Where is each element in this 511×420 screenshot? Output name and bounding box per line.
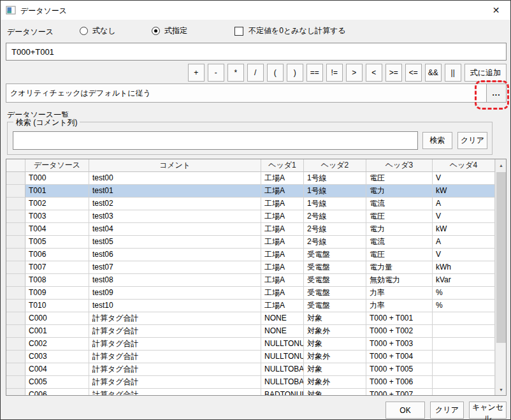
table-cell[interactable]: test02 [89, 198, 261, 210]
table-cell[interactable]: 対象 [304, 338, 366, 351]
operator-button[interactable]: - [208, 64, 224, 82]
table-cell[interactable]: 計算タグ合計 [89, 351, 261, 363]
table-cell[interactable]: NULLTONULL [261, 338, 304, 351]
table-row[interactable]: C005計算タグ合計NULLTOBAD対象外T000 + T006 [6, 376, 495, 389]
table-cell[interactable]: T006 [25, 249, 89, 261]
table-cell[interactable]: 対象 [304, 312, 366, 325]
table-cell[interactable] [433, 338, 495, 351]
operator-button[interactable]: != [326, 64, 343, 82]
cancel-button[interactable]: キャンセル [469, 402, 507, 419]
table-cell[interactable]: T001 [25, 185, 89, 198]
table-cell[interactable]: T005 [25, 236, 89, 249]
table-cell[interactable]: test08 [89, 274, 261, 287]
table-cell[interactable]: T000 + T001 [366, 312, 433, 325]
table-cell[interactable]: A [433, 236, 495, 249]
table-cell[interactable]: T009 [25, 287, 89, 300]
table-cell[interactable]: NONE [261, 325, 304, 338]
table-cell[interactable]: 受電盤 [304, 300, 366, 312]
table-cell[interactable]: 工場A [261, 274, 304, 287]
table-row[interactable]: T006test06工場A受電盤電圧V [6, 249, 495, 261]
table-cell[interactable]: 工場A [261, 210, 304, 223]
table-cell[interactable]: 工場A [261, 223, 304, 236]
row-selector[interactable] [6, 223, 25, 236]
table-row[interactable]: C001計算タグ合計NONE対象外T000 + T002 [6, 325, 495, 338]
table-cell[interactable]: 計算タグ合計 [89, 376, 261, 389]
close-button[interactable]: ✕ [482, 1, 510, 19]
table-cell[interactable]: 電流 [366, 236, 433, 249]
vertical-scrollbar[interactable]: ▲ ▼ [495, 159, 506, 395]
table-row[interactable]: T002test02工場A1号線電流A [6, 198, 495, 210]
table-cell[interactable]: 2号線 [304, 210, 366, 223]
table-cell[interactable]: 計算タグ合計 [89, 363, 261, 376]
table-cell[interactable]: C000 [25, 312, 89, 325]
table-cell[interactable]: 電力量 [366, 261, 433, 274]
table-cell[interactable]: 2号線 [304, 236, 366, 249]
table-cell[interactable]: 受電盤 [304, 274, 366, 287]
table-cell[interactable]: 工場A [261, 261, 304, 274]
table-cell[interactable]: 計算タグ合計 [89, 338, 261, 351]
table-cell[interactable]: 対象外 [304, 351, 366, 363]
table-cell[interactable]: T007 [25, 261, 89, 274]
table-cell[interactable]: 電圧 [366, 172, 433, 185]
table-cell[interactable] [433, 363, 495, 376]
table-cell[interactable] [433, 325, 495, 338]
operator-button[interactable]: ( [267, 64, 284, 82]
table-cell[interactable]: 工場A [261, 172, 304, 185]
treat-undefined-as-zero-checkbox[interactable]: 不定値を0とみなし計算する [234, 25, 346, 36]
table-cell[interactable]: kVar [433, 274, 495, 287]
table-cell[interactable]: T004 [25, 223, 89, 236]
table-row[interactable]: C000計算タグ合計NONE対象T000 + T001 [6, 312, 495, 325]
table-cell[interactable]: T003 [25, 210, 89, 223]
table-cell[interactable]: 電力 [366, 223, 433, 236]
table-cell[interactable] [433, 312, 495, 325]
row-selector[interactable] [6, 325, 25, 338]
table-cell[interactable]: T000 + T004 [366, 351, 433, 363]
table-cell[interactable] [433, 389, 495, 395]
row-selector[interactable] [6, 351, 25, 363]
table-row[interactable]: T003test03工場A2号線電圧V [6, 210, 495, 223]
operator-button[interactable]: < [366, 64, 382, 82]
table-row[interactable]: T005test05工場A2号線電流A [6, 236, 495, 249]
table-cell[interactable]: 受電盤 [304, 287, 366, 300]
table-row[interactable]: T007test07工場A受電盤電力量kWh [6, 261, 495, 274]
table-cell[interactable]: T002 [25, 198, 89, 210]
table-row[interactable]: C004計算タグ合計NULLTOBAD対象T000 + T005 [6, 363, 495, 376]
table-row[interactable]: T004test04工場A2号線電力kW [6, 223, 495, 236]
table-cell[interactable]: T000 [25, 172, 89, 185]
table-cell[interactable]: V [433, 172, 495, 185]
table-row[interactable]: C006計算タグ合計BADTONULL対象T000 + T007 [6, 389, 495, 395]
table-cell[interactable]: 力率 [366, 287, 433, 300]
row-selector[interactable] [6, 274, 25, 287]
table-cell[interactable]: 工場A [261, 300, 304, 312]
table-cell[interactable]: 電圧 [366, 210, 433, 223]
table-row[interactable]: T010test10工場A受電盤力率% [6, 300, 495, 312]
table-cell[interactable]: test05 [89, 236, 261, 249]
table-cell[interactable]: NONE [261, 312, 304, 325]
table-cell[interactable]: 工場A [261, 185, 304, 198]
row-selector[interactable] [6, 338, 25, 351]
table-cell[interactable]: NULLTONULL [261, 351, 304, 363]
operator-button[interactable]: == [306, 64, 323, 82]
column-header[interactable]: ヘッダ3 [366, 159, 433, 172]
table-cell[interactable]: T010 [25, 300, 89, 312]
scrollbar-thumb[interactable] [496, 172, 506, 343]
table-cell[interactable]: 対象外 [304, 325, 366, 338]
table-cell[interactable]: 1号線 [304, 185, 366, 198]
table-cell[interactable]: 力率 [366, 300, 433, 312]
table-cell[interactable]: 工場A [261, 249, 304, 261]
table-cell[interactable]: test03 [89, 210, 261, 223]
operator-button[interactable]: <= [405, 64, 422, 82]
table-cell[interactable]: 対象 [304, 363, 366, 376]
search-input[interactable] [13, 131, 418, 150]
table-cell[interactable]: 計算タグ合計 [89, 312, 261, 325]
operator-button[interactable]: && [425, 64, 442, 82]
scroll-up-icon[interactable]: ▲ [496, 159, 507, 171]
table-cell[interactable]: C001 [25, 325, 89, 338]
table-cell[interactable]: kW [433, 185, 495, 198]
column-header[interactable]: データソース [25, 159, 89, 172]
row-selector[interactable] [6, 300, 25, 312]
table-cell[interactable]: 対象 [304, 389, 366, 395]
table-cell[interactable]: test04 [89, 223, 261, 236]
operator-button[interactable]: * [227, 64, 244, 82]
table-cell[interactable]: T000 + T006 [366, 376, 433, 389]
